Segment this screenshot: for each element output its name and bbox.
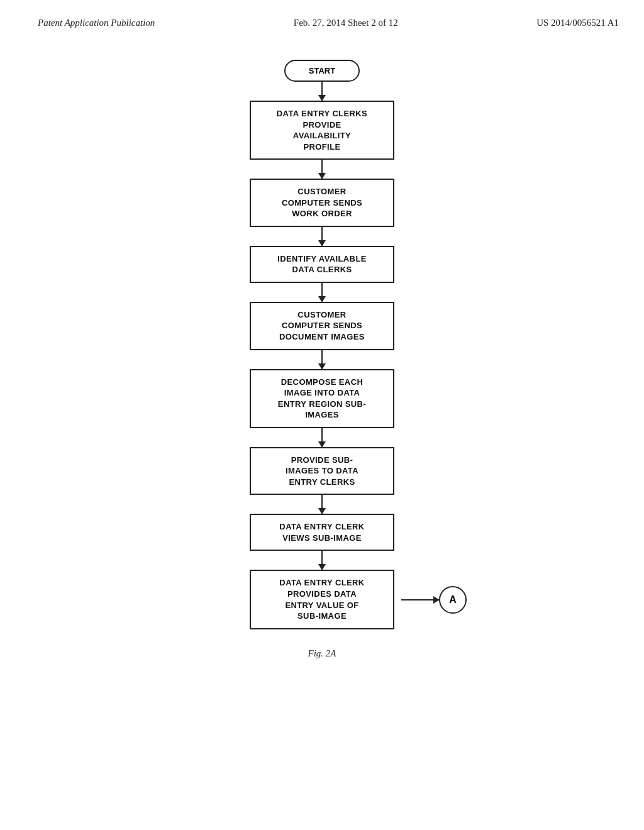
side-connector-a: A	[401, 586, 467, 614]
side-line	[401, 599, 439, 600]
arrow-7	[321, 495, 323, 514]
node-6: PROVIDE SUB-IMAGES TO DATAENTRY CLERKS	[250, 447, 394, 495]
arrow-4	[321, 283, 323, 302]
fig-label: Fig. 2A	[308, 648, 336, 659]
arrow-5	[321, 350, 323, 369]
node-8-label: DATA ENTRY CLERKPROVIDES DATAENTRY VALUE…	[279, 578, 364, 621]
node-4: CUSTOMERCOMPUTER SENDSDOCUMENT IMAGES	[250, 302, 394, 350]
arrow-8	[321, 551, 323, 570]
arrow-3	[321, 227, 323, 246]
arrow-1	[321, 82, 323, 101]
node-3-label: IDENTIFY AVAILABLEDATA CLERKS	[277, 254, 367, 275]
connector-label-a: A	[449, 594, 457, 606]
node-6-label: PROVIDE SUB-IMAGES TO DATAENTRY CLERKS	[286, 455, 358, 487]
node-1: DATA ENTRY CLERKSPROVIDEAVAILABILITYPROF…	[250, 101, 394, 160]
node-5-label: DECOMPOSE EACHIMAGE INTO DATAENTRY REGIO…	[278, 377, 366, 420]
node-8-row: DATA ENTRY CLERKPROVIDES DATAENTRY VALUE…	[165, 570, 479, 629]
node-5: DECOMPOSE EACHIMAGE INTO DATAENTRY REGIO…	[250, 369, 394, 428]
node-8: DATA ENTRY CLERKPROVIDES DATAENTRY VALUE…	[250, 570, 394, 629]
page-header: Patent Application Publication Feb. 27, …	[0, 0, 644, 35]
node-2: CUSTOMERCOMPUTER SENDSWORK ORDER	[250, 179, 394, 227]
node-4-label: CUSTOMERCOMPUTER SENDSDOCUMENT IMAGES	[279, 310, 365, 341]
header-date-sheet: Feb. 27, 2014 Sheet 2 of 12	[294, 18, 398, 28]
arrow-6	[321, 428, 323, 447]
connector-circle-a: A	[439, 586, 467, 614]
arrow-2	[321, 160, 323, 179]
start-label: START	[309, 66, 335, 75]
node-7: DATA ENTRY CLERKVIEWS SUB-IMAGE	[250, 514, 394, 551]
node-1-label: DATA ENTRY CLERKSPROVIDEAVAILABILITYPROF…	[277, 109, 367, 152]
start-node: START	[284, 60, 360, 82]
node-7-label: DATA ENTRY CLERKVIEWS SUB-IMAGE	[279, 522, 364, 543]
flowchart: START DATA ENTRY CLERKSPROVIDEAVAILABILI…	[165, 60, 479, 629]
diagram-area: START DATA ENTRY CLERKSPROVIDEAVAILABILI…	[0, 35, 644, 659]
header-patent-number: US 2014/0056521 A1	[536, 18, 619, 28]
node-2-label: CUSTOMERCOMPUTER SENDSWORK ORDER	[282, 187, 362, 218]
header-publication-type: Patent Application Publication	[38, 18, 155, 28]
node-3: IDENTIFY AVAILABLEDATA CLERKS	[250, 246, 394, 283]
